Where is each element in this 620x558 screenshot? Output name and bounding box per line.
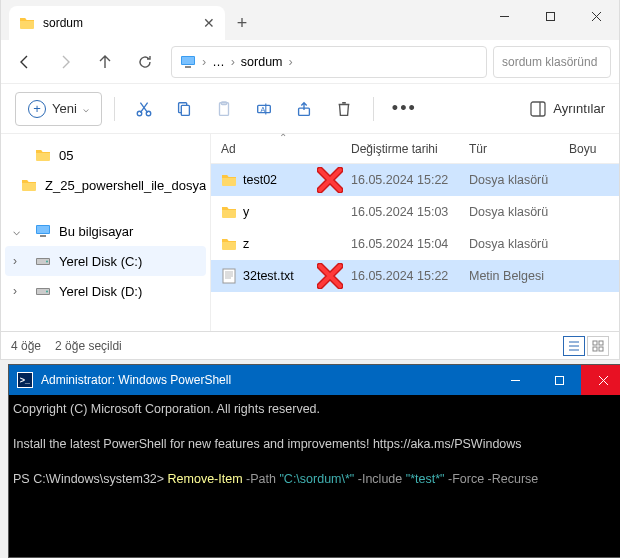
- file-row[interactable]: 32test.txt16.05.2024 15:22Metin Belgesi: [211, 260, 619, 292]
- svg-point-13: [137, 111, 142, 116]
- sidebar-item-label: Yerel Disk (D:): [59, 284, 142, 299]
- sidebar-this-pc[interactable]: ⌵ Bu bilgisayar: [5, 216, 206, 246]
- sidebar-item-label: 05: [59, 148, 73, 163]
- paste-button[interactable]: [207, 92, 241, 126]
- file-row[interactable]: z16.05.2024 15:04Dosya klasörü: [211, 228, 619, 260]
- file-row[interactable]: test0216.05.2024 15:22Dosya klasörü: [211, 164, 619, 196]
- chevron-right-icon: ›: [202, 55, 206, 69]
- ps-string: "C:\sordum\*": [279, 472, 354, 486]
- nav-bar: › … › sordum › sordum klasöründ: [1, 40, 619, 84]
- file-name: z: [243, 237, 249, 251]
- toolbar: + Yeni ⌵ A ••• Ayrıntılar: [1, 84, 619, 134]
- svg-point-14: [146, 111, 151, 116]
- share-button[interactable]: [287, 92, 321, 126]
- file-date: 16.05.2024 15:04: [351, 237, 469, 251]
- sidebar-item-label: Z_25_powershell_ile_dosya: [45, 178, 206, 193]
- chevron-right-icon: ›: [13, 284, 27, 298]
- chevron-down-icon: ⌵: [83, 103, 89, 114]
- ps-minimize-button[interactable]: [493, 365, 537, 395]
- details-button[interactable]: Ayrıntılar: [529, 100, 605, 118]
- file-icon: [221, 268, 237, 284]
- tab-close-icon[interactable]: ✕: [203, 15, 215, 31]
- tab-bar: sordum ✕ +: [1, 0, 619, 40]
- sidebar-item-label: Yerel Disk (C:): [59, 254, 142, 269]
- sidebar-drive-c[interactable]: › Yerel Disk (C:): [5, 246, 206, 276]
- file-type: Dosya klasörü: [469, 205, 569, 219]
- back-button[interactable]: [5, 42, 45, 82]
- view-details-button[interactable]: [563, 336, 585, 356]
- ps-maximize-button[interactable]: [537, 365, 581, 395]
- details-icon: [529, 100, 547, 118]
- file-date: 16.05.2024 15:22: [351, 269, 469, 283]
- breadcrumb-dots[interactable]: …: [212, 55, 225, 69]
- minimize-button[interactable]: [481, 0, 527, 32]
- ps-line: Install the latest PowerShell for new fe…: [13, 437, 522, 451]
- sidebar-drive-d[interactable]: › Yerel Disk (D:): [5, 276, 206, 306]
- file-type: Dosya klasörü: [469, 237, 569, 251]
- svg-rect-26: [599, 341, 603, 345]
- ps-window-controls: [493, 365, 620, 395]
- tab-sordum[interactable]: sordum ✕: [9, 6, 225, 40]
- svg-rect-12: [546, 12, 554, 20]
- col-name[interactable]: Ad: [211, 142, 351, 156]
- chevron-down-icon: ⌵: [13, 224, 27, 238]
- new-tab-button[interactable]: +: [225, 6, 259, 40]
- file-type: Dosya klasörü: [469, 173, 569, 187]
- delete-button[interactable]: [327, 92, 361, 126]
- ps-param: -Force -Recurse: [445, 472, 539, 486]
- file-type: Metin Belgesi: [469, 269, 569, 283]
- drive-icon: [35, 253, 51, 269]
- explorer-window: sordum ✕ + › … › sordum › sordum klasörü…: [0, 0, 620, 360]
- cut-button[interactable]: [127, 92, 161, 126]
- ps-title: Administrator: Windows PowerShell: [41, 373, 231, 387]
- folder-icon: [221, 204, 237, 220]
- svg-rect-16: [181, 105, 189, 115]
- copy-button[interactable]: [167, 92, 201, 126]
- up-button[interactable]: [85, 42, 125, 82]
- file-list: ⌃ Ad Değiştirme tarihi Tür Boyu test0216…: [211, 134, 619, 331]
- powershell-icon: >_: [17, 372, 33, 388]
- view-large-button[interactable]: [587, 336, 609, 356]
- folder-icon: [221, 236, 237, 252]
- plus-icon: +: [28, 100, 46, 118]
- svg-rect-23: [531, 102, 545, 116]
- pc-icon: [180, 54, 196, 70]
- chevron-right-icon: ›: [231, 55, 235, 69]
- ps-console[interactable]: Copyright (C) Microsoft Corporation. All…: [9, 395, 620, 495]
- tab-title: sordum: [43, 16, 83, 30]
- svg-rect-28: [599, 347, 603, 351]
- status-bar: 4 öğe 2 öğe seçildi: [1, 331, 619, 359]
- folder-icon: [19, 15, 35, 31]
- ps-line: Copyright (C) Microsoft Corporation. All…: [13, 402, 320, 416]
- breadcrumb[interactable]: › … › sordum ›: [171, 46, 487, 78]
- col-modified[interactable]: Değiştirme tarihi: [351, 142, 469, 156]
- ps-prompt: PS C:\Windows\system32>: [13, 472, 168, 486]
- sidebar: 05 Z_25_powershell_ile_dosya ⌵ Bu bilgis…: [1, 134, 211, 331]
- sort-icon: ⌃: [279, 132, 287, 143]
- sidebar-item-label: Bu bilgisayar: [59, 224, 133, 239]
- delete-mark-icon: [317, 167, 343, 193]
- rename-button[interactable]: A: [247, 92, 281, 126]
- breadcrumb-item[interactable]: sordum: [241, 55, 283, 69]
- close-button[interactable]: [573, 0, 619, 32]
- col-size[interactable]: Boyu: [569, 142, 619, 156]
- chevron-right-icon: ›: [289, 55, 293, 69]
- svg-rect-25: [593, 341, 597, 345]
- ps-titlebar[interactable]: >_ Administrator: Windows PowerShell: [9, 365, 620, 395]
- folder-icon: [221, 172, 237, 188]
- col-type[interactable]: Tür: [469, 142, 569, 156]
- search-input[interactable]: sordum klasöründ: [493, 46, 611, 78]
- maximize-button[interactable]: [527, 0, 573, 32]
- sidebar-item[interactable]: Z_25_powershell_ile_dosya: [5, 170, 206, 200]
- powershell-window: >_ Administrator: Windows PowerShell Cop…: [8, 364, 620, 558]
- folder-icon: [35, 147, 51, 163]
- ps-close-button[interactable]: [581, 365, 620, 395]
- file-date: 16.05.2024 15:03: [351, 205, 469, 219]
- more-button[interactable]: •••: [386, 92, 423, 126]
- pc-icon: [35, 223, 51, 239]
- file-row[interactable]: y16.05.2024 15:03Dosya klasörü: [211, 196, 619, 228]
- new-button[interactable]: + Yeni ⌵: [15, 92, 102, 126]
- forward-button[interactable]: [45, 42, 85, 82]
- refresh-button[interactable]: [125, 42, 165, 82]
- sidebar-item[interactable]: 05: [5, 140, 206, 170]
